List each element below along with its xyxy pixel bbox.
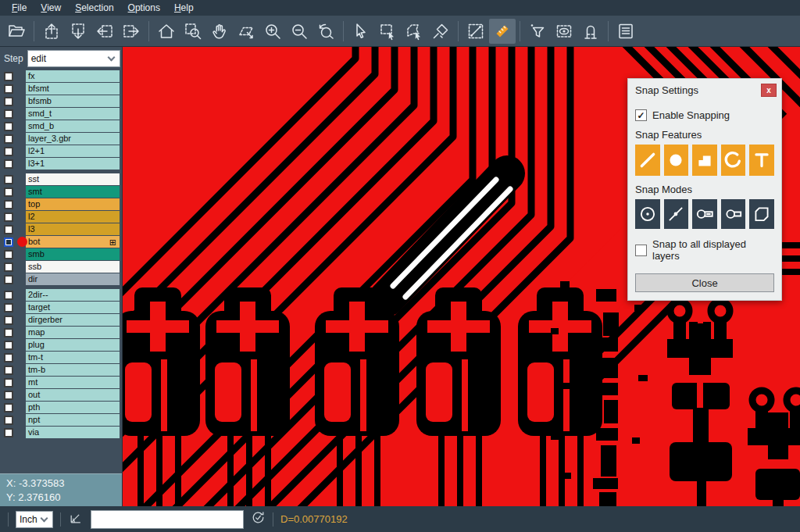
- layer-row-map[interactable]: map: [0, 327, 122, 338]
- layer-label[interactable]: l2: [26, 211, 120, 223]
- layer-visibility-checkbox[interactable]: [4, 353, 13, 362]
- layer-label[interactable]: smd_b: [26, 120, 120, 132]
- enable-snapping-checkbox[interactable]: ✓ Enable Snapping: [635, 109, 774, 121]
- layer-visibility-checkbox[interactable]: [4, 72, 13, 81]
- layer-row-dirgerber[interactable]: dirgerber: [0, 314, 122, 326]
- layer-label[interactable]: smb: [26, 248, 120, 260]
- tool-zoom-in-button[interactable]: [259, 19, 286, 44]
- layer-label[interactable]: npt: [26, 414, 120, 426]
- dialog-close-x-button[interactable]: x: [761, 84, 777, 97]
- layer-visibility-checkbox[interactable]: [4, 109, 13, 119]
- layer-label[interactable]: l3: [26, 223, 120, 235]
- step-select[interactable]: edit: [27, 50, 120, 67]
- menu-options[interactable]: Options: [121, 1, 167, 15]
- tool-move-up-button[interactable]: [38, 19, 65, 44]
- layer-visibility-checkbox[interactable]: [4, 366, 13, 375]
- layer-visibility-checkbox[interactable]: [4, 225, 13, 234]
- layer-visibility-checkbox[interactable]: [4, 97, 13, 106]
- layer-visibility-checkbox[interactable]: [4, 159, 13, 169]
- dialog-title-bar[interactable]: Snap Settings x: [628, 79, 781, 100]
- layer-row-l3[interactable]: l3: [0, 223, 122, 235]
- layer-row-out[interactable]: out: [0, 389, 122, 401]
- checkbox-box[interactable]: [635, 245, 647, 256]
- layer-row-l3+1[interactable]: l3+1: [0, 158, 122, 170]
- layer-row-bfsmb[interactable]: bfsmb: [0, 95, 122, 107]
- layer-label[interactable]: bot⊞: [26, 236, 120, 248]
- layer-row-via[interactable]: via: [0, 427, 122, 438]
- layer-visibility-checkbox[interactable]: [4, 84, 13, 94]
- layer-visibility-checkbox[interactable]: [4, 303, 13, 312]
- layer-visibility-checkbox[interactable]: [4, 262, 13, 272]
- layer-visibility-checkbox[interactable]: [4, 328, 13, 337]
- layer-label[interactable]: l2+1: [26, 145, 120, 157]
- layer-label[interactable]: plug: [26, 339, 120, 351]
- tool-open-folder-button[interactable]: [3, 19, 30, 44]
- snap-feature-surface-button[interactable]: [692, 145, 717, 176]
- menu-file[interactable]: File: [5, 1, 34, 15]
- layer-label[interactable]: pth: [26, 402, 120, 413]
- layer-label[interactable]: dirgerber: [26, 314, 120, 326]
- layer-row-plug[interactable]: plug: [0, 339, 122, 351]
- tool-move-left-button[interactable]: [91, 19, 118, 44]
- units-select[interactable]: Inch: [16, 511, 53, 528]
- layer-row-tm-b[interactable]: tm-b: [0, 364, 122, 376]
- layer-row-dir[interactable]: dir: [0, 273, 122, 285]
- tool-select-poly-button[interactable]: [401, 19, 427, 44]
- layer-row-npt[interactable]: npt: [0, 414, 122, 426]
- tool-zoom-window-button[interactable]: [180, 19, 206, 44]
- tool-view-box-button[interactable]: [551, 19, 577, 44]
- layer-row-mt[interactable]: mt: [0, 377, 122, 388]
- tool-move-down-button[interactable]: [65, 19, 91, 44]
- tool-clear-selection-button[interactable]: [427, 19, 454, 44]
- snap-mode-pad-entry-button[interactable]: [692, 199, 717, 229]
- layer-label[interactable]: ssb: [26, 261, 120, 273]
- layer-visibility-checkbox[interactable]: [4, 237, 13, 247]
- layer-row-sst[interactable]: sst: [0, 173, 122, 185]
- layer-visibility-checkbox[interactable]: [4, 134, 13, 144]
- layer-visibility-checkbox[interactable]: [4, 378, 13, 387]
- measure-input[interactable]: [91, 510, 244, 529]
- tool-snap-button[interactable]: [577, 19, 604, 44]
- layer-label[interactable]: mt: [26, 377, 120, 388]
- layer-label[interactable]: layer_3.gbr: [26, 133, 120, 145]
- layer-visibility-checkbox[interactable]: [4, 250, 13, 259]
- layer-label[interactable]: fx: [26, 70, 120, 82]
- snap-feature-text-button[interactable]: [749, 145, 774, 176]
- snap-mode-line-point-button[interactable]: [664, 199, 689, 229]
- layer-label[interactable]: target: [26, 302, 120, 313]
- layer-row-fx[interactable]: fx: [0, 70, 122, 82]
- layer-label[interactable]: tm-t: [26, 352, 120, 363]
- tool-select-rect-button[interactable]: [374, 19, 401, 44]
- layer-label[interactable]: map: [26, 327, 120, 338]
- layer-label[interactable]: l3+1: [26, 158, 120, 170]
- snap-all-layers-checkbox[interactable]: Snap to all displayed layers: [635, 238, 774, 262]
- layer-row-pth[interactable]: pth: [0, 402, 122, 413]
- layer-label[interactable]: top: [26, 198, 120, 210]
- layer-visibility-checkbox[interactable]: [4, 291, 13, 300]
- layer-row-2dir--[interactable]: 2dir--: [0, 289, 122, 301]
- layer-visibility-checkbox[interactable]: [4, 316, 13, 325]
- layer-visibility-checkbox[interactable]: [4, 391, 13, 400]
- layer-visibility-checkbox[interactable]: [4, 200, 13, 209]
- layer-visibility-checkbox[interactable]: [4, 428, 13, 437]
- layer-row-smd_b[interactable]: smd_b: [0, 120, 122, 132]
- layer-label[interactable]: smd_t: [26, 108, 120, 120]
- layer-row-target[interactable]: target: [0, 302, 122, 313]
- layer-visibility-checkbox[interactable]: [4, 275, 13, 284]
- dialog-close-button[interactable]: Close: [635, 273, 774, 292]
- layer-row-bot[interactable]: bot⊞: [0, 236, 122, 248]
- layer-visibility-checkbox[interactable]: [4, 122, 13, 131]
- layer-row-bfsmt[interactable]: bfsmt: [0, 83, 122, 95]
- tool-zoom-out-button[interactable]: [286, 19, 312, 44]
- tool-select-button[interactable]: [348, 19, 374, 44]
- layer-row-top[interactable]: top: [0, 198, 122, 210]
- layer-label[interactable]: tm-b: [26, 364, 120, 376]
- menu-selection[interactable]: Selection: [68, 1, 120, 15]
- tool-zoom-object-button[interactable]: [233, 19, 259, 44]
- tool-pan-button[interactable]: [206, 19, 233, 44]
- checkbox-box[interactable]: ✓: [635, 109, 647, 121]
- layer-label[interactable]: bfsmt: [26, 83, 120, 95]
- refresh-check-icon[interactable]: [251, 510, 266, 528]
- tool-filter-button[interactable]: [524, 19, 551, 44]
- snap-mode-center-button[interactable]: [635, 199, 660, 229]
